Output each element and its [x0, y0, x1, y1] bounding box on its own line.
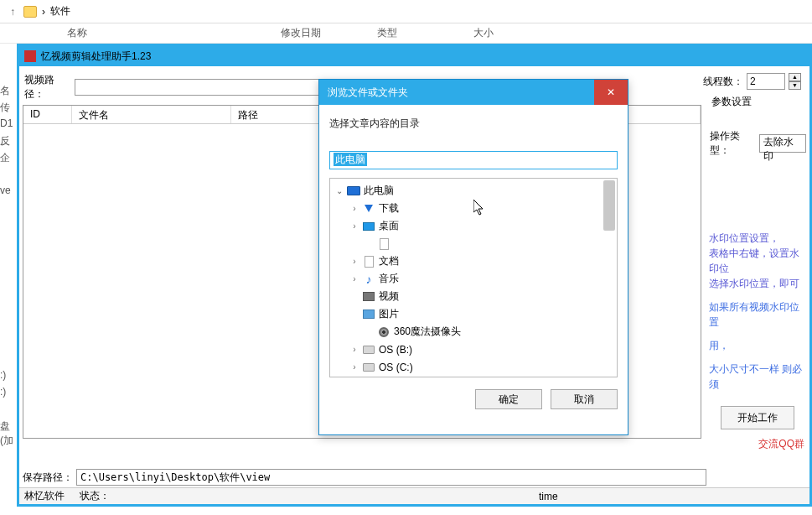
tree-item[interactable]: ⌄此电脑	[330, 182, 617, 200]
dl-icon	[362, 203, 375, 215]
thread-spinner[interactable]: ▲▼	[789, 73, 801, 90]
start-button[interactable]: 开始工作	[721, 406, 794, 429]
ok-button[interactable]: 确定	[475, 389, 542, 409]
up-arrow-icon[interactable]: ↑	[7, 6, 18, 18]
tree-item[interactable]: ›♪音乐	[330, 270, 617, 288]
tree-item[interactable]: 图片	[330, 305, 617, 323]
breadcrumb-sep: ›	[42, 6, 45, 18]
browse-dialog: 浏览文件或文件夹 ✕ 选择文章内容的目录 此电脑 ⌄此电脑›下载›桌面›文档›♪…	[318, 79, 628, 435]
title-bar[interactable]: 忆视频剪辑处理助手1.23	[19, 46, 809, 66]
status-state: 状态：	[80, 489, 110, 503]
tree-item-label: 下载	[379, 201, 399, 216]
chevron-icon[interactable]: ›	[350, 257, 359, 266]
tree-item[interactable]: ›OS (C:)	[330, 358, 617, 376]
app-title: 忆视频剪辑处理助手1.23	[41, 49, 151, 64]
video-icon	[362, 291, 375, 303]
tree-item[interactable]: ›下载	[330, 200, 617, 217]
music-icon: ♪	[362, 273, 375, 285]
save-path-input[interactable]	[76, 469, 706, 486]
th-id[interactable]: ID	[23, 106, 72, 123]
chevron-icon[interactable]: ›	[350, 221, 359, 231]
col-size[interactable]: 大小	[473, 26, 540, 40]
col-name[interactable]: 名称	[67, 26, 281, 40]
tree-item[interactable]: 360魔法摄像头	[330, 323, 617, 341]
tree-scrollbar[interactable]	[603, 180, 615, 375]
save-path-label: 保存路径：	[23, 471, 73, 485]
chevron-icon[interactable]: ›	[350, 274, 359, 284]
chevron-icon[interactable]: ›	[350, 204, 359, 213]
tree-item[interactable]: ›文档	[330, 252, 617, 270]
tree-item-label: 图片	[379, 307, 399, 321]
tree-item[interactable]	[330, 235, 617, 252]
chevron-icon[interactable]: ⌄	[335, 186, 344, 195]
app-icon	[24, 50, 36, 62]
drive-icon	[362, 362, 375, 373]
tree-item[interactable]: ›桌面	[330, 217, 617, 235]
folder-icon	[23, 6, 37, 18]
tree-item-label: 此电脑	[364, 184, 394, 198]
qq-group-link[interactable]: 交流QQ群	[758, 437, 804, 451]
tree-item[interactable]: 视频	[330, 288, 617, 305]
left-edge-labels: 名传D1 反企ve :):)盘 (加	[0, 84, 15, 436]
chevron-icon[interactable]: ›	[350, 345, 359, 354]
close-button[interactable]: ✕	[594, 80, 628, 105]
explorer-column-headers: 名称 修改日期 类型 大小	[0, 23, 812, 44]
tree-item-label: 桌面	[379, 219, 399, 233]
dialog-title-bar[interactable]: 浏览文件或文件夹 ✕	[319, 80, 628, 105]
help-text: 水印位置设置， 表格中右键，设置水印位 选择水印位置，即可 如果所有视频水印位置…	[709, 231, 808, 392]
dialog-instruction: 选择文章内容的目录	[329, 117, 618, 131]
close-icon: ✕	[607, 86, 615, 98]
th-filename[interactable]: 文件名	[72, 106, 231, 123]
breadcrumb-current[interactable]: 软件	[50, 4, 70, 18]
status-time: time	[539, 491, 558, 502]
tree-item-label: 文档	[379, 254, 399, 268]
thread-label: 线程数：	[703, 75, 743, 89]
tree-item-label: OS (C:)	[379, 362, 413, 373]
drive-icon	[362, 344, 375, 356]
params-panel: 参数设置 操作类型： 去除水印	[710, 91, 806, 158]
pc-icon	[347, 185, 360, 197]
tree-item-label: OS (B:)	[379, 344, 412, 356]
tree-item-label: 音乐	[379, 272, 399, 286]
status-bar: 林忆软件 状态： time	[19, 487, 809, 504]
folder-tree[interactable]: ⌄此电脑›下载›桌面›文档›♪音乐视频图片360魔法摄像头›OS (B:)›OS…	[329, 178, 618, 377]
desk-icon	[362, 221, 375, 232]
video-path-label: 视频路径：	[23, 73, 71, 101]
chevron-icon[interactable]: ›	[350, 362, 359, 372]
tree-item[interactable]: ›OS (B:)	[330, 341, 617, 358]
doc-icon	[377, 238, 390, 250]
pic-icon	[362, 309, 375, 320]
tree-item-label: 视频	[379, 289, 399, 304]
dialog-path-input[interactable]: 此电脑	[329, 151, 618, 169]
status-brand: 林忆软件	[24, 489, 65, 503]
params-title: 参数设置	[710, 91, 806, 112]
cancel-button[interactable]: 取消	[551, 389, 618, 409]
op-type-select[interactable]: 去除水印	[759, 134, 806, 153]
thread-input[interactable]	[747, 73, 785, 90]
col-modified[interactable]: 修改日期	[281, 26, 377, 40]
explorer-breadcrumb-bar: ↑ › 软件	[0, 0, 812, 23]
doc-icon	[362, 256, 375, 268]
tree-item-label: 360魔法摄像头	[394, 325, 461, 339]
cam-icon	[377, 326, 390, 338]
op-type-label: 操作类型：	[710, 129, 756, 158]
dialog-title: 浏览文件或文件夹	[328, 86, 408, 100]
col-type[interactable]: 类型	[377, 26, 473, 40]
